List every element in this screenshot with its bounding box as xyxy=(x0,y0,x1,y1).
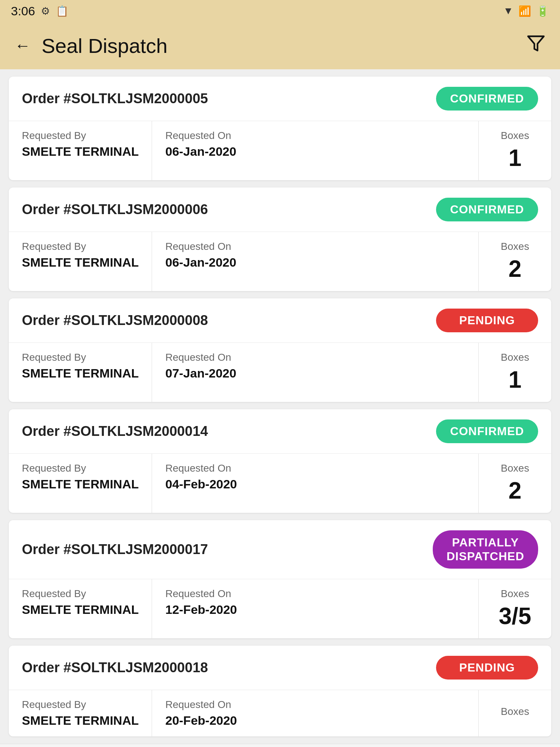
boxes-block: Boxes 2 xyxy=(478,232,551,291)
back-button[interactable]: ← xyxy=(15,38,31,54)
requested-on-value: 12-Feb-2020 xyxy=(165,603,237,617)
status-badge: PARTIALLYDISPATCHED xyxy=(433,530,538,569)
requested-by-label: Requested By xyxy=(22,130,139,142)
order-id: Order #SOLTKLJSM2000017 xyxy=(22,542,208,557)
requested-by-label: Requested By xyxy=(22,352,139,363)
order-card-body: Requested By SMELTE TERMINAL Requested O… xyxy=(9,343,551,402)
boxes-block: Boxes xyxy=(478,690,551,736)
boxes-value: 1 xyxy=(509,366,522,393)
order-info: Requested By SMELTE TERMINAL Requested O… xyxy=(9,232,478,291)
boxes-label: Boxes xyxy=(501,130,529,142)
status-bar-left: 3:06 ⚙ 📋 xyxy=(11,4,69,18)
boxes-block: Boxes 1 xyxy=(478,343,551,402)
requested-by-label: Requested By xyxy=(22,462,139,474)
order-info: Requested By SMELTE TERMINAL Requested O… xyxy=(9,690,478,736)
requested-by-value: SMELTE TERMINAL xyxy=(22,366,139,380)
boxes-value: 1 xyxy=(509,144,522,171)
order-card[interactable]: Order #SOLTKLJSM2000017 PARTIALLYDISPATC… xyxy=(9,520,551,638)
order-id: Order #SOLTKLJSM2000005 xyxy=(22,91,208,107)
wifi-icon: ▼ xyxy=(503,5,513,17)
order-card[interactable]: Order #SOLTKLJSM2000018 PENDING Requeste… xyxy=(9,646,551,736)
order-info: Requested By SMELTE TERMINAL Requested O… xyxy=(9,454,478,513)
order-card[interactable]: Order #SOLTKLJSM2000005 CONFIRMED Reques… xyxy=(9,77,551,180)
status-badge: CONFIRMED xyxy=(436,87,538,111)
order-card-header: Order #SOLTKLJSM2000014 CONFIRMED xyxy=(9,409,551,454)
order-card[interactable]: Order #SOLTKLJSM2000006 CONFIRMED Reques… xyxy=(9,187,551,291)
order-card-body: Requested By SMELTE TERMINAL Requested O… xyxy=(9,454,551,513)
boxes-label: Boxes xyxy=(501,352,529,363)
boxes-block: Boxes 1 xyxy=(478,121,551,180)
order-card-body: Requested By SMELTE TERMINAL Requested O… xyxy=(9,690,551,736)
status-bar: 3:06 ⚙ 📋 ▼ 📶 🔋 xyxy=(0,0,560,22)
boxes-value: 3/5 xyxy=(499,603,531,630)
order-card-body: Requested By SMELTE TERMINAL Requested O… xyxy=(9,121,551,180)
app-bar: ← Seal Dispatch xyxy=(0,22,560,69)
orders-list: Order #SOLTKLJSM2000005 CONFIRMED Reques… xyxy=(0,69,560,744)
settings-icon: ⚙ xyxy=(41,5,50,17)
order-card-header: Order #SOLTKLJSM2000018 PENDING xyxy=(9,646,551,690)
app-bar-left: ← Seal Dispatch xyxy=(15,34,168,58)
requested-by-block: Requested By SMELTE TERMINAL xyxy=(9,579,152,638)
requested-by-label: Requested By xyxy=(22,699,139,711)
boxes-label: Boxes xyxy=(501,462,529,474)
requested-by-block: Requested By SMELTE TERMINAL xyxy=(9,454,152,513)
requested-on-label: Requested On xyxy=(165,352,236,363)
boxes-label: Boxes xyxy=(501,588,529,600)
order-info: Requested By SMELTE TERMINAL Requested O… xyxy=(9,121,478,180)
requested-on-block: Requested On 06-Jan-2020 xyxy=(152,121,249,180)
order-id: Order #SOLTKLJSM2000006 xyxy=(22,202,208,217)
bottom-bar: Direct Dispatch xyxy=(0,744,560,747)
page-title: Seal Dispatch xyxy=(42,34,168,58)
order-card[interactable]: Order #SOLTKLJSM2000008 PENDING Requeste… xyxy=(9,298,551,402)
status-badge: CONFIRMED xyxy=(436,419,538,443)
requested-by-block: Requested By SMELTE TERMINAL xyxy=(9,690,152,736)
requested-on-block: Requested On 20-Feb-2020 xyxy=(152,690,250,736)
requested-on-block: Requested On 06-Jan-2020 xyxy=(152,232,249,291)
order-card-header: Order #SOLTKLJSM2000006 CONFIRMED xyxy=(9,187,551,232)
requested-by-value: SMELTE TERMINAL xyxy=(22,713,139,728)
order-card[interactable]: Order #SOLTKLJSM2000014 CONFIRMED Reques… xyxy=(9,409,551,513)
requested-by-value: SMELTE TERMINAL xyxy=(22,255,139,270)
requested-on-value: 07-Jan-2020 xyxy=(165,366,236,380)
order-info: Requested By SMELTE TERMINAL Requested O… xyxy=(9,579,478,638)
order-card-header: Order #SOLTKLJSM2000008 PENDING xyxy=(9,298,551,343)
order-id: Order #SOLTKLJSM2000008 xyxy=(22,313,208,328)
requested-by-label: Requested By xyxy=(22,241,139,252)
requested-on-block: Requested On 12-Feb-2020 xyxy=(152,579,250,638)
requested-on-value: 04-Feb-2020 xyxy=(165,477,237,491)
order-id: Order #SOLTKLJSM2000018 xyxy=(22,660,208,676)
requested-on-label: Requested On xyxy=(165,241,236,252)
order-card-body: Requested By SMELTE TERMINAL Requested O… xyxy=(9,232,551,291)
requested-on-label: Requested On xyxy=(165,699,237,711)
boxes-value: 2 xyxy=(509,477,522,504)
status-badge: CONFIRMED xyxy=(436,198,538,221)
order-card-header: Order #SOLTKLJSM2000017 PARTIALLYDISPATC… xyxy=(9,520,551,579)
boxes-value: 2 xyxy=(509,255,522,282)
order-id: Order #SOLTKLJSM2000014 xyxy=(22,423,208,439)
requested-on-value: 06-Jan-2020 xyxy=(165,255,236,270)
boxes-label: Boxes xyxy=(501,706,529,717)
requested-by-label: Requested By xyxy=(22,588,139,600)
requested-on-label: Requested On xyxy=(165,130,236,142)
boxes-block: Boxes 3/5 xyxy=(478,579,551,638)
requested-on-value: 20-Feb-2020 xyxy=(165,713,237,728)
battery-icon: 🔋 xyxy=(536,5,549,17)
svg-marker-0 xyxy=(528,36,544,51)
requested-on-value: 06-Jan-2020 xyxy=(165,144,236,159)
requested-on-label: Requested On xyxy=(165,588,237,600)
status-badge: PENDING xyxy=(436,309,538,332)
boxes-label: Boxes xyxy=(501,241,529,252)
requested-on-block: Requested On 04-Feb-2020 xyxy=(152,454,250,513)
order-card-body: Requested By SMELTE TERMINAL Requested O… xyxy=(9,579,551,638)
requested-on-label: Requested On xyxy=(165,462,237,474)
filter-button[interactable] xyxy=(526,34,545,57)
order-info: Requested By SMELTE TERMINAL Requested O… xyxy=(9,343,478,402)
status-badge: PENDING xyxy=(436,656,538,680)
requested-by-value: SMELTE TERMINAL xyxy=(22,144,139,159)
requested-by-block: Requested By SMELTE TERMINAL xyxy=(9,343,152,402)
requested-by-value: SMELTE TERMINAL xyxy=(22,603,139,617)
signal-icon: 📶 xyxy=(518,5,531,17)
status-bar-right: ▼ 📶 🔋 xyxy=(503,5,549,17)
requested-by-value: SMELTE TERMINAL xyxy=(22,477,139,491)
status-time: 3:06 xyxy=(11,4,35,18)
